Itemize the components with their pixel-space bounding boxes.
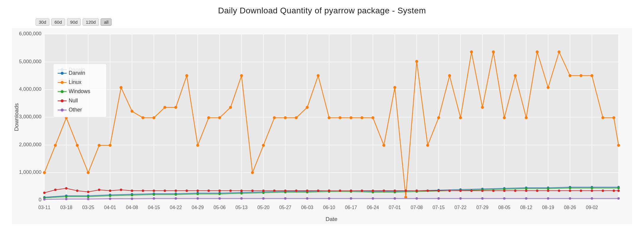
btn-all[interactable]: all <box>101 18 112 26</box>
svg-point-183 <box>470 190 473 192</box>
svg-point-141 <box>569 187 571 189</box>
y-axis-title: Downloads <box>13 103 20 131</box>
svg-point-218 <box>481 197 484 200</box>
svg-text:05-06: 05-06 <box>214 205 226 210</box>
svg-text:5,000,000: 5,000,000 <box>19 59 41 64</box>
svg-point-78 <box>503 116 506 119</box>
svg-point-121 <box>131 194 133 196</box>
svg-point-175 <box>383 190 385 192</box>
svg-point-60 <box>306 106 309 109</box>
btn-60d[interactable]: 60d <box>51 18 65 26</box>
svg-point-127 <box>262 192 265 194</box>
svg-point-172 <box>350 190 352 192</box>
svg-text:4,000,000: 4,000,000 <box>19 86 41 92</box>
svg-point-207 <box>240 197 243 200</box>
chart-title: Daily Download Quantity of pyarrow packa… <box>218 6 426 15</box>
svg-point-273 <box>61 81 64 84</box>
svg-point-73 <box>448 74 451 77</box>
svg-point-64 <box>350 116 352 119</box>
svg-point-44 <box>131 110 133 113</box>
svg-point-42 <box>109 144 112 147</box>
svg-point-139 <box>525 187 527 190</box>
svg-point-276 <box>61 90 64 93</box>
svg-point-122 <box>153 193 155 196</box>
svg-point-223 <box>591 197 593 200</box>
svg-text:06-10: 06-10 <box>323 205 335 210</box>
svg-point-88 <box>612 116 615 119</box>
svg-point-203 <box>153 197 155 200</box>
svg-point-143 <box>617 187 620 189</box>
chart-container: Daily Download Quantity of pyarrow packa… <box>0 0 644 226</box>
svg-text:07-29: 07-29 <box>476 205 489 210</box>
svg-point-56 <box>262 144 265 147</box>
svg-point-54 <box>240 74 243 77</box>
svg-point-165 <box>273 190 276 192</box>
svg-point-206 <box>218 197 221 200</box>
svg-point-52 <box>218 116 221 119</box>
svg-point-50 <box>196 144 199 147</box>
svg-text:Windows: Windows <box>69 88 90 94</box>
svg-point-51 <box>207 116 210 119</box>
svg-text:06-03: 06-03 <box>301 205 313 210</box>
svg-point-179 <box>426 190 429 192</box>
btn-120d[interactable]: 120d <box>83 18 99 26</box>
svg-text:06-24: 06-24 <box>367 205 379 210</box>
svg-point-170 <box>328 190 330 192</box>
svg-text:08-19: 08-19 <box>542 205 554 210</box>
svg-text:06-17: 06-17 <box>345 205 357 210</box>
svg-point-55 <box>251 171 254 174</box>
svg-text:07-22: 07-22 <box>455 205 467 210</box>
svg-point-161 <box>229 190 232 192</box>
svg-point-182 <box>459 190 462 192</box>
svg-point-77 <box>492 50 495 53</box>
svg-point-191 <box>558 190 560 192</box>
svg-point-150 <box>109 190 111 192</box>
svg-text:08-26: 08-26 <box>564 205 576 210</box>
svg-point-215 <box>416 197 418 200</box>
svg-point-282 <box>61 109 64 112</box>
svg-point-36 <box>43 171 46 174</box>
svg-point-198 <box>43 198 46 200</box>
svg-point-83 <box>558 50 561 53</box>
svg-point-166 <box>284 190 286 192</box>
svg-point-184 <box>481 190 484 192</box>
svg-point-142 <box>591 187 593 189</box>
svg-point-145 <box>54 189 57 191</box>
svg-text:Other: Other <box>69 107 82 113</box>
svg-point-205 <box>197 197 199 200</box>
svg-point-173 <box>361 190 363 192</box>
svg-text:07-15: 07-15 <box>433 205 445 210</box>
svg-point-76 <box>481 106 484 109</box>
svg-point-174 <box>372 190 374 192</box>
svg-point-192 <box>569 190 571 192</box>
svg-point-177 <box>405 190 407 192</box>
svg-point-79 <box>514 74 517 77</box>
svg-point-125 <box>218 193 221 195</box>
svg-point-185 <box>492 190 495 192</box>
svg-point-163 <box>251 190 254 192</box>
svg-point-140 <box>547 187 549 190</box>
svg-point-49 <box>185 74 188 77</box>
btn-30d[interactable]: 30d <box>36 18 49 26</box>
svg-point-214 <box>394 197 396 200</box>
svg-point-197 <box>617 190 620 192</box>
svg-point-189 <box>536 190 538 192</box>
svg-point-157 <box>186 190 188 192</box>
svg-point-85 <box>579 74 582 77</box>
svg-point-72 <box>437 116 440 119</box>
svg-point-147 <box>76 190 78 192</box>
svg-point-53 <box>229 106 232 109</box>
svg-point-58 <box>284 116 287 119</box>
svg-point-209 <box>284 197 286 200</box>
svg-point-68 <box>393 86 396 89</box>
svg-point-164 <box>262 190 265 192</box>
svg-text:07-01: 07-01 <box>389 205 401 210</box>
svg-point-193 <box>580 190 582 192</box>
svg-text:03-18: 03-18 <box>60 205 73 210</box>
btn-90d[interactable]: 90d <box>67 18 81 26</box>
svg-text:Null: Null <box>69 98 78 104</box>
svg-point-270 <box>61 72 64 75</box>
svg-point-279 <box>61 99 64 102</box>
svg-point-74 <box>459 116 462 119</box>
svg-text:05-27: 05-27 <box>279 205 292 210</box>
